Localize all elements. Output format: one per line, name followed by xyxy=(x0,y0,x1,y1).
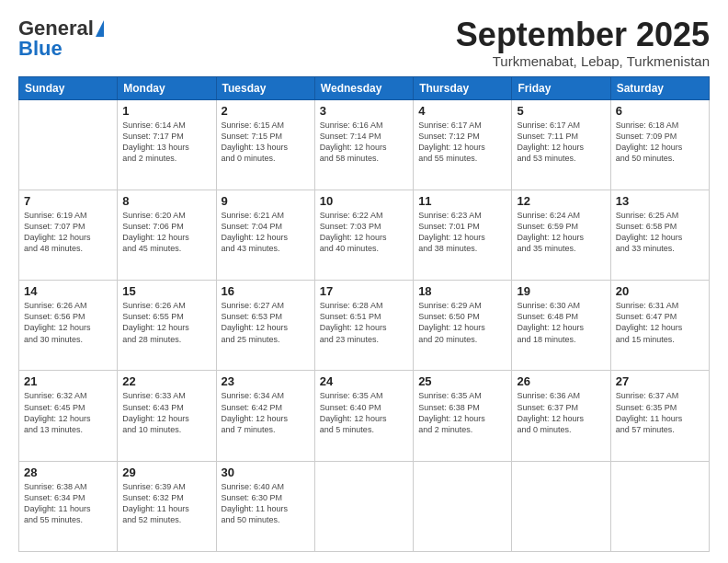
header: General Blue September 2025 Turkmenabat,… xyxy=(18,17,710,69)
day-info: Sunrise: 6:31 AM Sunset: 6:47 PM Dayligh… xyxy=(616,300,704,345)
day-number: 19 xyxy=(517,284,605,298)
calendar-week-row: 1Sunrise: 6:14 AM Sunset: 7:17 PM Daylig… xyxy=(19,99,710,190)
day-info: Sunrise: 6:38 AM Sunset: 6:34 PM Dayligh… xyxy=(24,481,112,526)
day-number: 15 xyxy=(122,284,210,298)
calendar-day-cell: 14Sunrise: 6:26 AM Sunset: 6:56 PM Dayli… xyxy=(19,281,118,371)
day-number: 30 xyxy=(222,465,310,479)
calendar-week-row: 28Sunrise: 6:38 AM Sunset: 6:34 PM Dayli… xyxy=(19,461,710,551)
day-number: 13 xyxy=(616,194,704,208)
day-info: Sunrise: 6:30 AM Sunset: 6:48 PM Dayligh… xyxy=(517,300,605,345)
calendar-day-cell: 17Sunrise: 6:28 AM Sunset: 6:51 PM Dayli… xyxy=(314,281,413,371)
calendar-day-cell: 4Sunrise: 6:17 AM Sunset: 7:12 PM Daylig… xyxy=(414,99,512,190)
day-info: Sunrise: 6:26 AM Sunset: 6:56 PM Dayligh… xyxy=(24,300,112,345)
day-number: 28 xyxy=(24,465,112,479)
calendar-day-cell: 11Sunrise: 6:23 AM Sunset: 7:01 PM Dayli… xyxy=(414,190,512,280)
day-info: Sunrise: 6:22 AM Sunset: 7:03 PM Dayligh… xyxy=(320,210,408,255)
calendar-day-cell: 2Sunrise: 6:15 AM Sunset: 7:15 PM Daylig… xyxy=(216,99,314,190)
day-number: 17 xyxy=(320,284,408,298)
day-number: 18 xyxy=(418,284,506,298)
day-number: 24 xyxy=(320,374,408,388)
calendar-week-row: 14Sunrise: 6:26 AM Sunset: 6:56 PM Dayli… xyxy=(19,281,710,371)
day-info: Sunrise: 6:40 AM Sunset: 6:30 PM Dayligh… xyxy=(222,481,310,526)
day-info: Sunrise: 6:15 AM Sunset: 7:15 PM Dayligh… xyxy=(222,120,310,165)
calendar-day-cell: 3Sunrise: 6:16 AM Sunset: 7:14 PM Daylig… xyxy=(314,99,413,190)
day-number: 22 xyxy=(122,374,210,388)
calendar-day-cell: 7Sunrise: 6:19 AM Sunset: 7:07 PM Daylig… xyxy=(19,190,118,280)
day-info: Sunrise: 6:26 AM Sunset: 6:55 PM Dayligh… xyxy=(122,300,210,345)
day-number: 29 xyxy=(122,465,210,479)
day-info: Sunrise: 6:27 AM Sunset: 6:53 PM Dayligh… xyxy=(222,300,310,345)
calendar-day-cell: 15Sunrise: 6:26 AM Sunset: 6:55 PM Dayli… xyxy=(118,281,216,371)
calendar-day-cell: 5Sunrise: 6:17 AM Sunset: 7:11 PM Daylig… xyxy=(512,99,610,190)
day-number: 9 xyxy=(222,194,310,208)
calendar-week-row: 7Sunrise: 6:19 AM Sunset: 7:07 PM Daylig… xyxy=(19,190,710,280)
calendar-day-cell xyxy=(414,461,512,551)
calendar-day-cell: 24Sunrise: 6:35 AM Sunset: 6:40 PM Dayli… xyxy=(314,371,413,461)
calendar-day-cell: 16Sunrise: 6:27 AM Sunset: 6:53 PM Dayli… xyxy=(216,281,314,371)
page: General Blue September 2025 Turkmenabat,… xyxy=(0,0,728,563)
logo-triangle-icon xyxy=(96,20,104,37)
day-info: Sunrise: 6:23 AM Sunset: 7:01 PM Dayligh… xyxy=(418,210,506,255)
calendar-day-header: Friday xyxy=(512,76,610,99)
day-info: Sunrise: 6:37 AM Sunset: 6:35 PM Dayligh… xyxy=(616,390,704,435)
day-info: Sunrise: 6:36 AM Sunset: 6:37 PM Dayligh… xyxy=(517,390,605,435)
day-info: Sunrise: 6:35 AM Sunset: 6:38 PM Dayligh… xyxy=(418,390,506,435)
day-info: Sunrise: 6:17 AM Sunset: 7:12 PM Dayligh… xyxy=(418,120,506,165)
calendar-table: SundayMondayTuesdayWednesdayThursdayFrid… xyxy=(18,76,710,552)
day-number: 12 xyxy=(517,194,605,208)
calendar-day-cell: 19Sunrise: 6:30 AM Sunset: 6:48 PM Dayli… xyxy=(512,281,610,371)
calendar-day-cell xyxy=(512,461,610,551)
day-number: 27 xyxy=(616,374,704,388)
month-title: September 2025 xyxy=(456,17,710,53)
day-number: 3 xyxy=(320,104,408,118)
day-number: 26 xyxy=(517,374,605,388)
day-info: Sunrise: 6:18 AM Sunset: 7:09 PM Dayligh… xyxy=(616,120,704,165)
day-number: 8 xyxy=(122,194,210,208)
day-number: 10 xyxy=(320,194,408,208)
day-info: Sunrise: 6:19 AM Sunset: 7:07 PM Dayligh… xyxy=(24,210,112,255)
day-info: Sunrise: 6:39 AM Sunset: 6:32 PM Dayligh… xyxy=(122,481,210,526)
calendar-day-header: Monday xyxy=(118,76,216,99)
day-number: 6 xyxy=(616,104,704,118)
day-number: 23 xyxy=(222,374,310,388)
day-number: 14 xyxy=(24,284,112,298)
day-info: Sunrise: 6:33 AM Sunset: 6:43 PM Dayligh… xyxy=(122,390,210,435)
calendar-day-cell: 21Sunrise: 6:32 AM Sunset: 6:45 PM Dayli… xyxy=(19,371,118,461)
calendar-day-cell: 22Sunrise: 6:33 AM Sunset: 6:43 PM Dayli… xyxy=(118,371,216,461)
day-number: 21 xyxy=(24,374,112,388)
calendar-day-cell: 12Sunrise: 6:24 AM Sunset: 6:59 PM Dayli… xyxy=(512,190,610,280)
calendar-day-cell xyxy=(314,461,413,551)
calendar-day-cell: 30Sunrise: 6:40 AM Sunset: 6:30 PM Dayli… xyxy=(216,461,314,551)
day-info: Sunrise: 6:32 AM Sunset: 6:45 PM Dayligh… xyxy=(24,390,112,435)
logo-blue: Blue xyxy=(18,37,63,61)
day-info: Sunrise: 6:28 AM Sunset: 6:51 PM Dayligh… xyxy=(320,300,408,345)
calendar-day-cell: 28Sunrise: 6:38 AM Sunset: 6:34 PM Dayli… xyxy=(19,461,118,551)
calendar-day-header: Wednesday xyxy=(314,76,413,99)
day-info: Sunrise: 6:17 AM Sunset: 7:11 PM Dayligh… xyxy=(517,120,605,165)
day-info: Sunrise: 6:21 AM Sunset: 7:04 PM Dayligh… xyxy=(222,210,310,255)
title-block: September 2025 Turkmenabat, Lebap, Turkm… xyxy=(456,17,710,69)
day-number: 20 xyxy=(616,284,704,298)
day-number: 7 xyxy=(24,194,112,208)
calendar-day-cell: 23Sunrise: 6:34 AM Sunset: 6:42 PM Dayli… xyxy=(216,371,314,461)
calendar-day-cell: 9Sunrise: 6:21 AM Sunset: 7:04 PM Daylig… xyxy=(216,190,314,280)
calendar-day-cell: 13Sunrise: 6:25 AM Sunset: 6:58 PM Dayli… xyxy=(610,190,709,280)
calendar-day-header: Saturday xyxy=(610,76,709,99)
calendar-week-row: 21Sunrise: 6:32 AM Sunset: 6:45 PM Dayli… xyxy=(19,371,710,461)
day-number: 25 xyxy=(418,374,506,388)
day-number: 16 xyxy=(222,284,310,298)
day-info: Sunrise: 6:14 AM Sunset: 7:17 PM Dayligh… xyxy=(122,120,210,165)
calendar-day-cell: 10Sunrise: 6:22 AM Sunset: 7:03 PM Dayli… xyxy=(314,190,413,280)
calendar-day-cell: 6Sunrise: 6:18 AM Sunset: 7:09 PM Daylig… xyxy=(610,99,709,190)
calendar-day-header: Thursday xyxy=(414,76,512,99)
day-number: 11 xyxy=(418,194,506,208)
calendar-day-cell: 8Sunrise: 6:20 AM Sunset: 7:06 PM Daylig… xyxy=(118,190,216,280)
day-number: 5 xyxy=(517,104,605,118)
day-number: 1 xyxy=(122,104,210,118)
day-info: Sunrise: 6:34 AM Sunset: 6:42 PM Dayligh… xyxy=(222,390,310,435)
calendar-day-cell xyxy=(610,461,709,551)
day-info: Sunrise: 6:20 AM Sunset: 7:06 PM Dayligh… xyxy=(122,210,210,255)
location: Turkmenabat, Lebap, Turkmenistan xyxy=(456,53,710,69)
calendar-day-cell: 20Sunrise: 6:31 AM Sunset: 6:47 PM Dayli… xyxy=(610,281,709,371)
calendar-day-cell: 26Sunrise: 6:36 AM Sunset: 6:37 PM Dayli… xyxy=(512,371,610,461)
